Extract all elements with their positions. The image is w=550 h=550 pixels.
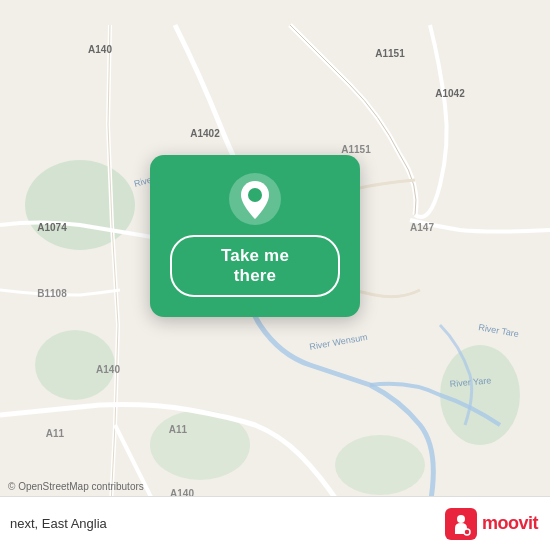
map-container: A140 A1151 A1042 A1402 A1151 A1074 A147 … bbox=[0, 0, 550, 550]
svg-text:B1108: B1108 bbox=[37, 288, 67, 299]
svg-point-26 bbox=[457, 515, 465, 523]
svg-text:A1151: A1151 bbox=[341, 144, 371, 155]
svg-text:A11: A11 bbox=[46, 428, 65, 439]
svg-point-27 bbox=[464, 529, 470, 535]
svg-text:A1151: A1151 bbox=[375, 48, 405, 59]
svg-text:A11: A11 bbox=[169, 424, 188, 435]
take-me-there-button[interactable]: Take me there bbox=[170, 235, 340, 297]
svg-point-24 bbox=[248, 188, 262, 202]
svg-text:A1402: A1402 bbox=[190, 128, 220, 139]
svg-text:A1042: A1042 bbox=[435, 88, 465, 99]
moovit-logo: moovit bbox=[445, 508, 538, 540]
svg-point-1 bbox=[25, 160, 135, 250]
svg-text:A1074: A1074 bbox=[37, 222, 67, 233]
map-attribution: © OpenStreetMap contributors bbox=[8, 481, 144, 492]
location-pin-icon bbox=[229, 173, 281, 225]
svg-text:A140: A140 bbox=[88, 44, 112, 55]
svg-point-4 bbox=[335, 435, 425, 495]
svg-text:A147: A147 bbox=[410, 222, 434, 233]
bottom-bar: next, East Anglia moovit bbox=[0, 496, 550, 550]
moovit-text: moovit bbox=[482, 513, 538, 534]
svg-text:A140: A140 bbox=[96, 364, 120, 375]
svg-point-5 bbox=[440, 345, 520, 445]
location-label: next, East Anglia bbox=[10, 516, 107, 531]
moovit-icon bbox=[445, 508, 477, 540]
location-card: Take me there bbox=[150, 155, 360, 317]
